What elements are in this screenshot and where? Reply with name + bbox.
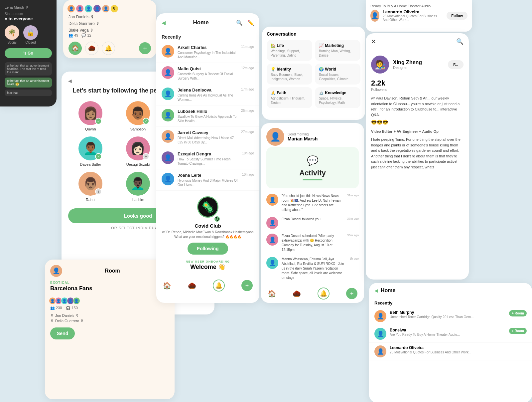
followers-label: Followers	[371, 88, 464, 92]
plus-icon: +	[95, 188, 102, 195]
follow-desc: 25 Motivational Quotes For Business And …	[383, 14, 443, 22]
start-room-label[interactable]: Start a room	[5, 12, 52, 16]
greeting-label: Good morning	[288, 132, 318, 136]
feed-text: "You should join this News News News roo…	[282, 194, 344, 212]
conv-avatar: 👤	[162, 66, 174, 79]
follow-button[interactable]: Follow	[447, 12, 467, 20]
discover-nav: 🏠 🌰 🔔 +	[68, 42, 151, 55]
room-button[interactable]: + Room	[509, 310, 527, 316]
add-nav-button[interactable]: +	[346, 288, 357, 299]
conv-avatar: 👤	[162, 151, 174, 164]
conv-sub: Are You Ready To Buy A Home Theater Audi…	[390, 332, 506, 337]
check-icon: ✓	[95, 153, 102, 160]
topic-knowledge[interactable]: 🔬 Knowledge Space, Physics, Psychology, …	[315, 87, 360, 108]
conv-item[interactable]: 👤 Beth Murphy Unmatched Toner Cartridge …	[369, 307, 532, 325]
profile-body-text: I hate peeping Toms. For one thing the s…	[366, 133, 469, 173]
topic-world[interactable]: 🌍 World Social Issues, Geopolitics, Clim…	[315, 64, 360, 85]
conv-item[interactable]: 👤 Jelena Denisova Curling Irons Are As I…	[156, 84, 259, 105]
room-member-avatar: 👤	[73, 297, 80, 304]
room-panel-title: Room	[105, 268, 120, 274]
acorn-nav-icon[interactable]: 🌰	[188, 282, 196, 290]
conv-sub: How To Satisfy Summer Time Fresh Tomato …	[178, 157, 239, 166]
close-button[interactable]: ✕	[371, 38, 376, 45]
activity-banner: 💬 Activity	[266, 147, 359, 188]
room-name: Barcelona Fans	[50, 285, 92, 292]
conv-avatar: 👤	[374, 328, 386, 340]
following-button[interactable]: Following	[188, 243, 228, 255]
person-name: Davea Butler	[80, 162, 101, 166]
room-member-2: 🎙 Della Guerrero 🎙	[50, 319, 169, 323]
reload-icon: ↻	[214, 216, 220, 222]
feed-item: 👤 "You should join this News News News r…	[266, 194, 359, 212]
bell-nav-icon[interactable]: 🔔	[318, 288, 330, 300]
followers-count: 2.2k	[371, 79, 464, 88]
follow-top-title: Ready To Buy A Home Theater Audio...	[370, 4, 467, 8]
person-rahul: 👨🏽 + Rahul	[68, 172, 113, 202]
home-search-icon[interactable]: 🔍	[236, 20, 243, 26]
send-button[interactable]: Send	[50, 327, 75, 339]
conv-item[interactable]: 👤 Ezequiel Dengra How To Satisfy Summer …	[156, 148, 259, 169]
social-icon[interactable]: 🌴	[5, 25, 19, 40]
add-nav-button[interactable]: +	[241, 280, 253, 291]
go-button[interactable]: 's Go	[5, 48, 52, 58]
conv-item[interactable]: 👤 Malin Quist Cosmetic Surgery A Review …	[156, 63, 259, 84]
acorn-nav-icon[interactable]: 🌰	[293, 290, 301, 298]
activity-panel: 👤 Good morning Marian Marsh 💬 Activity 👤…	[261, 123, 364, 303]
follow-top-panel: Ready To Buy A Home Theater Audio... 👤 L…	[366, 0, 472, 32]
home-nav-icon[interactable]: 🏠	[163, 282, 171, 290]
profile-name: Xing Zheng	[393, 60, 422, 66]
conv-sub: Consumer Psychology In The Industrial An…	[178, 51, 238, 59]
bell-nav-icon[interactable]: 🔔	[213, 280, 225, 292]
conv-item[interactable]: 👤 Jarrett Cawsey Direct Mail Advertising…	[156, 127, 259, 148]
conv-time: 25m ago	[241, 109, 254, 112]
conv-item[interactable]: 👤 Joana Leite Hypnosis Money And 3 Major…	[156, 169, 259, 191]
topic-faith[interactable]: 🙏 Faith Agnosticism, Hinduism, Taoism	[267, 87, 312, 108]
profile-role: Designer	[393, 66, 422, 70]
chat-message-2: fact that	[5, 90, 52, 96]
conv-name: Arkell Charles	[178, 45, 238, 50]
room-people-count: 👥 230	[50, 306, 62, 310]
conv-avatar: 👤	[162, 173, 174, 185]
mini-avatar-6: 🎙	[110, 5, 118, 13]
home-nav-icon[interactable]: 🏠	[68, 42, 82, 55]
conv-item[interactable]: 👤 Bonelwa Are You Ready To Buy A Home Th…	[369, 325, 532, 343]
acorn-nav-icon[interactable]: 🌰	[85, 42, 98, 55]
topic-marketing[interactable]: 📈 Marketing Burning Man, Writing, Dance	[315, 40, 360, 61]
people-count: 👥 49	[68, 33, 78, 38]
bell-nav-icon[interactable]: 🔔	[102, 42, 115, 55]
lena-name: Lena Marsh 🎙	[5, 5, 52, 9]
room-button[interactable]: + Room	[509, 328, 527, 334]
club-avatar: 🦠	[197, 196, 218, 218]
feed-time: 1h ago	[349, 257, 359, 260]
recently-label: Recently	[156, 30, 259, 42]
person-avatar[interactable]: 👨🏿‍🦱	[126, 172, 150, 196]
conv-item[interactable]: 👤 Leonardo Oliveira 25 Motivational Quot…	[369, 343, 532, 360]
follow-button[interactable]: F...	[448, 60, 464, 69]
home-nav-icon[interactable]: 🏠	[268, 290, 276, 298]
home-title: Home	[193, 19, 208, 26]
activity-user-avatar: 👤	[266, 128, 284, 146]
conv-sub: Cosmetic Surgery A Review Of Facial Surg…	[178, 72, 238, 81]
conv-name: Bonelwa	[390, 328, 506, 332]
home-edit-icon[interactable]: ✏️	[247, 20, 254, 26]
room-tag: EXOTICAL	[50, 281, 169, 285]
topic-identity[interactable]: 💡 Identity Baby Boomers, Black, Indigeno…	[267, 64, 312, 85]
topics-title: Conversation	[267, 31, 360, 37]
home-back-button[interactable]: ◀	[162, 20, 166, 26]
mini-avatar-4: 👤	[93, 5, 101, 13]
plus-nav-button[interactable]: +	[139, 42, 151, 54]
topic-life[interactable]: 🏡 Life Weddings, Support, Parenting, Dat…	[267, 40, 312, 61]
profile-stats: 2.2k Followers	[366, 79, 469, 96]
discover-name3: Blake Vega 🎙	[68, 28, 151, 33]
chat-count: 💬 12	[81, 33, 91, 38]
profile-job: Video Editor + AV Engineer + Audio Op	[366, 127, 469, 133]
search-icon[interactable]: 🔍	[456, 38, 464, 45]
conv-item[interactable]: 👤 Arkell Charles Consumer Psychology In …	[156, 42, 259, 63]
closed-icon[interactable]: 🔒	[23, 25, 38, 40]
back-button[interactable]: ◀	[374, 288, 378, 293]
mini-avatar-3: 👤	[84, 5, 92, 13]
feed-avatar: 👤	[266, 234, 278, 246]
conv-item[interactable]: 👤 Lubosek Hnilo Swallow To Glow A Holist…	[156, 105, 259, 127]
person-davea: 👨🏾‍🦱 ✓ Davea Butler	[68, 136, 113, 166]
person-quynb: 👩🏽 ✓ Quỳnh	[68, 101, 113, 131]
